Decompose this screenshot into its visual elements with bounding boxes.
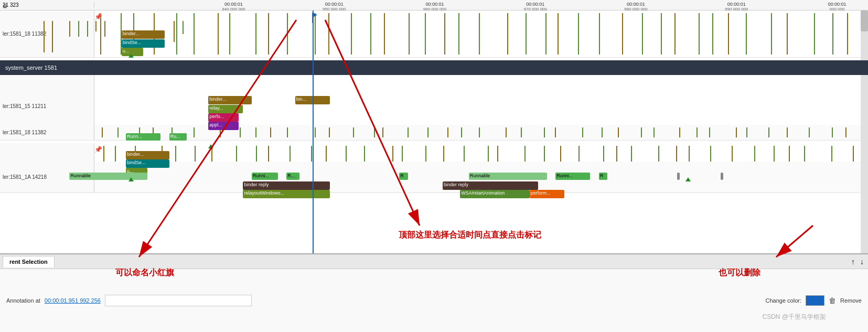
annotation-prefix: Annotation at <box>6 297 40 304</box>
scrollbar[interactable] <box>861 10 868 253</box>
timeline-block[interactable]: binder... <box>126 151 169 159</box>
annotation-input[interactable] <box>105 295 252 306</box>
timeline-block[interactable]: Runni... <box>252 173 278 180</box>
timeline-block[interactable]: relay... <box>208 105 243 113</box>
small-tick-bar <box>69 21 70 37</box>
svg-marker-1 <box>313 13 317 17</box>
bottom-content: Annotation at 00:00:01.951 992 256 Chang… <box>0 269 868 332</box>
section-header: system_server 1581 <box>0 60 868 75</box>
vertical-cursor-line <box>313 10 314 253</box>
small-tick-bar <box>174 21 175 42</box>
tab-arrow-down[interactable]: ↓ <box>860 258 864 266</box>
tab-arrow-up[interactable]: ↑ <box>851 258 855 266</box>
timeline-block[interactable]: Runn... <box>126 133 160 141</box>
tab-label: rent Selection <box>9 259 48 265</box>
timeline-header: 21 323 00:00:01940 000 00000:00:01950 00… <box>0 0 868 10</box>
current-selection-tab[interactable]: rent Selection <box>3 256 55 267</box>
small-tick-bar <box>104 21 105 37</box>
arrow-down-icon[interactable]: ↓ <box>860 258 864 266</box>
header-left: 21 323 <box>0 2 94 8</box>
triangle-marker <box>128 177 134 181</box>
remove-icon: 🗑 <box>829 296 836 305</box>
timeline-ticks: 00:00:01940 000 00000:00:01950 000 00000… <box>94 0 868 10</box>
bottom-tabs: rent Selection ↑ ↓ <box>0 254 868 269</box>
small-tick-bar <box>44 21 45 52</box>
change-color-label: Change color: <box>766 297 802 304</box>
pin-icon: 📌 <box>94 13 102 20</box>
small-tick-bar <box>52 21 53 52</box>
remove-button[interactable]: Remove <box>840 297 862 304</box>
timeline-block[interactable]: binder... <box>208 96 252 104</box>
timeline-block[interactable] <box>721 173 723 180</box>
timeline-block[interactable]: relayoutWindowo... <box>243 190 330 198</box>
timeline-block[interactable]: Ru... <box>169 133 187 141</box>
annotation-time[interactable]: 00:00:01.951 992 256 <box>45 297 101 304</box>
bottom-panel: rent Selection ↑ ↓ Annotation at 00:00:0… <box>0 253 868 332</box>
timeline-block[interactable]: R... <box>286 173 299 180</box>
timeline-block[interactable]: Runnable <box>69 173 147 180</box>
timeline-block[interactable]: Runni... <box>555 173 590 180</box>
triangle-marker <box>128 53 134 58</box>
timeline-block[interactable]: bindSe... <box>122 39 165 48</box>
timeline-main: ler:1581_18 11382📌system_server 1581ler:… <box>0 10 868 253</box>
timeline-block[interactable]: R <box>399 173 408 180</box>
timeline-block[interactable]: Runnable <box>469 173 547 180</box>
timeline-block[interactable]: binder... <box>122 30 165 39</box>
timeline-block[interactable] <box>677 173 680 180</box>
triangle-marker <box>208 144 213 148</box>
small-tick-bar <box>87 21 88 37</box>
timeline-block[interactable]: bindSe... <box>126 159 169 168</box>
track-content <box>94 10 861 57</box>
pin-icon: 📌 <box>94 146 102 153</box>
small-tick-bar <box>95 21 97 31</box>
scrollbar-thumb[interactable] <box>861 10 868 31</box>
hamburger-icon[interactable]: ≡ <box>3 2 7 10</box>
timeline-block[interactable]: perform... <box>530 190 564 198</box>
triangle-marker <box>685 177 691 181</box>
timeline-block[interactable]: WSA#startAnimation <box>460 190 529 198</box>
timeline-block[interactable]: perfo... <box>208 113 239 122</box>
timeline-block[interactable]: R <box>599 173 608 180</box>
track-label: ler:1581_18 11382 <box>0 10 94 57</box>
color-box[interactable] <box>806 295 824 306</box>
timeline-block[interactable]: binder reply <box>443 181 538 190</box>
timeline-block[interactable]: appl... <box>208 122 239 130</box>
timeline-block[interactable]: binder reply <box>243 181 330 190</box>
flag-marker[interactable] <box>308 12 317 24</box>
small-tick-bar <box>183 21 184 34</box>
arrow-up-icon[interactable]: ↑ <box>851 258 855 266</box>
small-tick-bar <box>78 21 79 37</box>
track-label: ler:1581_18 11382 <box>0 125 94 140</box>
